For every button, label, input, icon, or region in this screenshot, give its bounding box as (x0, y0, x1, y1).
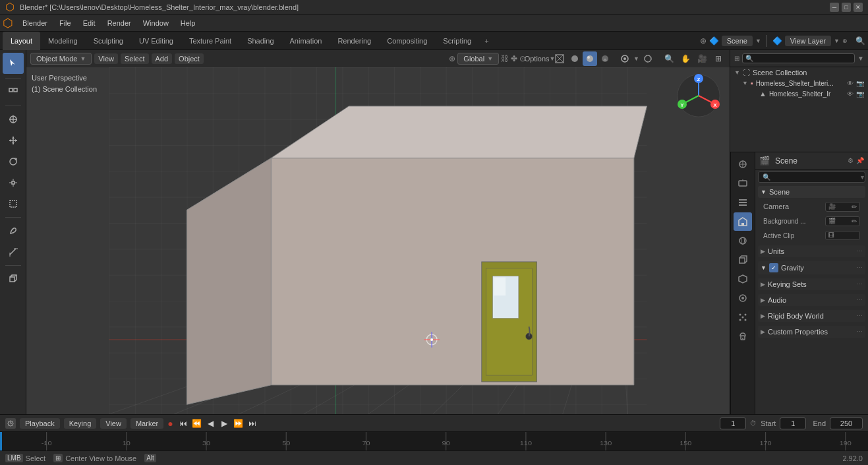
prop-tab-output[interactable] (734, 174, 752, 193)
search-icon[interactable]: 🔍 (662, 51, 676, 66)
prop-tab-scene[interactable] (734, 212, 752, 231)
outliner-search-input[interactable] (742, 53, 855, 63)
add-workspace-btn[interactable]: + (479, 34, 494, 47)
scene-canvas[interactable]: User Perspective (1) Scene Collection Z (26, 67, 730, 414)
prop-search-dropdown[interactable]: ▼ (859, 174, 865, 181)
menu-edit[interactable]: Edit (78, 18, 101, 28)
active-tool-cursor[interactable] (3, 53, 24, 74)
marker-menu-btn[interactable]: Marker (130, 418, 163, 429)
minimize-btn[interactable]: ─ (830, 3, 839, 12)
eye-icon-1[interactable]: 👁 (847, 90, 854, 98)
audio-section-header[interactable]: ▶ Audio ⋯ (758, 294, 865, 306)
jump-end-btn[interactable]: ⏭ (246, 418, 258, 429)
custom-options[interactable]: ⋯ (857, 328, 863, 335)
transform-space-dropdown[interactable]: Global ▼ (457, 53, 499, 65)
start-frame-input[interactable] (780, 418, 806, 429)
add-menu-btn[interactable]: Add (152, 53, 173, 64)
next-keyframe-btn[interactable]: ⏩ (233, 418, 245, 429)
object-mode-dropdown[interactable]: Object Mode ▼ (30, 53, 92, 65)
view-menu-btn-tl[interactable]: View (100, 418, 127, 429)
menu-window[interactable]: Window (138, 18, 174, 28)
outliner-item-object[interactable]: ▲ Homeless_Shelter_Ir 👁 📷 (730, 88, 868, 99)
camera-icon[interactable]: 🎥 (695, 51, 709, 66)
prop-tab-modifier[interactable] (734, 270, 752, 288)
solid-btn[interactable] (567, 51, 582, 66)
view-layer-selector[interactable]: View Layer (785, 36, 831, 46)
outliner-filter-btn[interactable]: ▼ (857, 55, 864, 62)
gravity-section-header[interactable]: ▼ ✓ Gravity ⋯ (758, 261, 865, 274)
prop-tab-physics[interactable] (734, 289, 752, 307)
tab-animation[interactable]: Animation (282, 32, 330, 50)
close-btn[interactable]: ✕ (854, 3, 863, 12)
view-menu-btn[interactable]: View (94, 53, 118, 64)
tab-rendering[interactable]: Rendering (330, 32, 379, 50)
prop-tab-render[interactable] (734, 155, 752, 173)
tab-scripting[interactable]: Scripting (435, 32, 479, 50)
eye-icon-0[interactable]: 👁 (847, 80, 854, 87)
prop-search-input[interactable] (773, 173, 857, 181)
gravity-options[interactable]: ⋯ (857, 264, 863, 271)
play-reverse-btn[interactable]: ◀ (205, 418, 217, 429)
keying-menu-btn[interactable]: Keying (64, 418, 97, 429)
maximize-btn[interactable]: □ (842, 3, 851, 12)
render-icon-1[interactable]: 📷 (856, 90, 864, 98)
navigation-gizmo[interactable]: Z X Y (676, 73, 722, 119)
outliner-filter-icon[interactable]: ⊞ (734, 55, 739, 62)
tool-select-box[interactable] (3, 82, 23, 102)
xray-toggle[interactable] (641, 51, 655, 66)
tab-layout[interactable]: Layout (3, 32, 40, 50)
audio-options[interactable]: ⋯ (857, 297, 863, 303)
outliner-item-collection[interactable]: ▼ ▪ Homeless_Shelter_Interi... 👁 📷 (730, 78, 868, 88)
overlay-toggle[interactable] (618, 51, 632, 66)
prop-tab-object[interactable] (734, 251, 752, 269)
tool-rotate[interactable] (3, 152, 23, 171)
play-btn[interactable]: ▶ (219, 418, 231, 429)
wireframe-btn[interactable] (552, 51, 567, 66)
current-frame-input[interactable] (720, 418, 746, 429)
prop-tab-world[interactable] (734, 232, 752, 250)
menu-help[interactable]: Help (175, 18, 201, 28)
tab-shading[interactable]: Shading (239, 32, 281, 50)
end-frame-input[interactable] (830, 418, 863, 429)
tool-annotate[interactable] (3, 221, 23, 241)
rigid-options[interactable]: ⋯ (857, 313, 863, 319)
prop-tab-constraints[interactable] (734, 327, 752, 346)
camera-value-field[interactable]: 🎥 ✏ (825, 202, 860, 212)
active-clip-value-field[interactable]: 🎞 (825, 231, 860, 240)
custom-props-header[interactable]: ▶ Custom Properties ⋯ (758, 326, 865, 338)
rigid-body-header[interactable]: ▶ Rigid Body World ⋯ (758, 310, 865, 322)
prop-tab-particles[interactable] (734, 308, 752, 326)
scene-section-header[interactable]: ▼ Scene (758, 186, 865, 198)
scene-selector[interactable]: Scene (722, 36, 753, 46)
record-btn[interactable]: ● (167, 418, 173, 429)
bg-edit-icon[interactable]: ✏ (852, 218, 857, 225)
hand-tool[interactable]: ✋ (678, 51, 693, 66)
gravity-checkbox[interactable]: ✓ (769, 263, 778, 272)
tool-transform[interactable] (3, 194, 23, 214)
prop-tab-view-layer[interactable] (734, 193, 752, 212)
menu-render[interactable]: Render (102, 18, 136, 28)
rendered-btn[interactable] (598, 51, 612, 66)
tool-scale[interactable] (3, 173, 23, 193)
tab-compositing[interactable]: Compositing (379, 32, 435, 50)
playback-menu-btn[interactable]: Playback (20, 418, 60, 429)
options-btn[interactable]: Options ▼ (533, 51, 547, 66)
tab-modeling[interactable]: Modeling (40, 32, 86, 50)
units-section-header[interactable]: ▶ Units ⋯ (758, 245, 865, 257)
render-icon-0[interactable]: 📷 (856, 80, 864, 87)
background-value-field[interactable]: 🎬 ✏ (825, 216, 860, 226)
material-preview-btn[interactable] (583, 51, 597, 66)
prev-keyframe-btn[interactable]: ⏪ (191, 418, 203, 429)
prop-pin-btn[interactable]: 📌 (856, 157, 864, 164)
menu-blender[interactable]: Blender (17, 18, 53, 28)
object-menu-btn[interactable]: Object (175, 53, 204, 64)
tool-measure[interactable] (3, 242, 23, 262)
select-menu-btn[interactable]: Select (121, 53, 149, 64)
camera-edit-icon[interactable]: ✏ (852, 203, 857, 210)
tab-uv-editing[interactable]: UV Editing (131, 32, 181, 50)
prop-options-btn[interactable]: ⚙ (848, 157, 854, 164)
viewport[interactable]: Object Mode ▼ View Select Add Object ⊕ G… (26, 50, 730, 414)
timeline-track[interactable]: -10 10 30 50 70 90 110 130 150 170 190 (0, 432, 868, 450)
jump-start-btn[interactable]: ⏮ (177, 418, 189, 429)
units-options-icon[interactable]: ⋯ (857, 248, 863, 255)
